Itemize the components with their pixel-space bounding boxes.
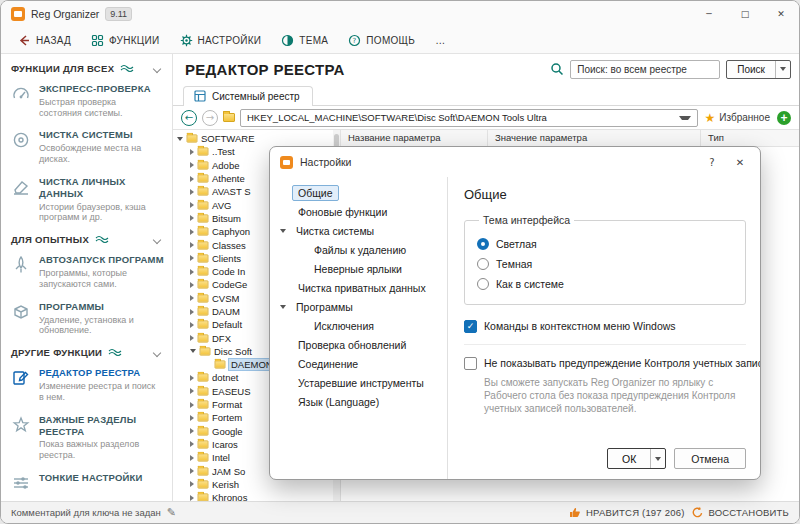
checkbox-context-menu[interactable]: Команды в контекстном меню Windows bbox=[464, 317, 746, 335]
settings-category-item[interactable]: Проверка обновлений bbox=[270, 335, 447, 354]
tree-chevron-icon[interactable] bbox=[190, 269, 194, 275]
tree-chevron-icon[interactable] bbox=[190, 202, 194, 208]
chevron-down-icon bbox=[153, 236, 161, 244]
tree-chevron-icon[interactable] bbox=[190, 481, 194, 487]
tree-item-label: Disc Soft bbox=[214, 346, 252, 357]
settings-category-item[interactable]: Соединение bbox=[270, 354, 447, 373]
cancel-button[interactable]: Отмена bbox=[674, 448, 746, 469]
column-header-value[interactable]: Значение параметра bbox=[488, 130, 701, 146]
sidebar-item-private-data-cleanup[interactable]: ЧИСТКА ЛИЧНЫХ ДАННЫХ Истории браузеров, … bbox=[1, 171, 172, 229]
tree-chevron-icon[interactable] bbox=[190, 215, 194, 221]
sidebar-item-fine-tuning[interactable]: ТОНКИЕ НАСТРОЙКИ bbox=[1, 467, 172, 499]
sidebar-section-other-functions[interactable]: ДРУГИЕ ФУНКЦИИ bbox=[1, 342, 172, 362]
tree-chevron-icon[interactable] bbox=[190, 322, 194, 328]
tree-chevron-icon[interactable] bbox=[190, 189, 194, 195]
category-chevron-icon[interactable] bbox=[280, 305, 286, 309]
ok-button[interactable]: ОК bbox=[607, 448, 666, 469]
settings-category-item[interactable]: Неверные ярлыки bbox=[270, 259, 447, 278]
settings-category-item[interactable]: Язык (Language) bbox=[270, 392, 447, 411]
settings-category-item[interactable]: Фоновые функции bbox=[270, 202, 447, 221]
settings-category-item[interactable]: Файлы к удалению bbox=[270, 240, 447, 259]
maximize-button[interactable]: □ bbox=[727, 1, 763, 27]
tree-chevron-icon[interactable] bbox=[190, 468, 194, 474]
tree-chevron-icon[interactable] bbox=[190, 149, 194, 155]
search-scope-select[interactable]: Поиск: во всем реестре bbox=[570, 60, 720, 79]
settings-category-item[interactable]: Чистка приватных данных bbox=[270, 278, 447, 297]
sidebar-item-express-check[interactable]: ЭКСПРЕСС-ПРОВЕРКА Быстрая проверка состо… bbox=[1, 78, 172, 124]
address-dropdown-icon[interactable] bbox=[679, 116, 691, 120]
registry-tree-item[interactable]: Khronos bbox=[173, 491, 340, 501]
tree-chevron-icon[interactable] bbox=[190, 335, 194, 341]
sidebar-item-important-registry-sections[interactable]: ВАЖНЫЕ РАЗДЕЛЫ РЕЕСТРА Показ важных разд… bbox=[1, 409, 172, 467]
radio-icon[interactable] bbox=[477, 238, 489, 250]
sidebar-section-for-experienced[interactable]: ДЛЯ ОПЫТНЫХ bbox=[1, 229, 172, 249]
nav-back-button[interactable]: ← bbox=[181, 110, 197, 126]
tree-chevron-icon[interactable] bbox=[190, 242, 194, 248]
radio-light-theme[interactable]: Светлая bbox=[477, 234, 733, 254]
tree-chevron-icon[interactable] bbox=[190, 455, 194, 461]
tab-system-registry[interactable]: Системный реестр bbox=[183, 86, 313, 106]
radio-system-theme[interactable]: Как в системе bbox=[477, 274, 733, 294]
tree-chevron-icon[interactable] bbox=[190, 428, 194, 434]
sidebar-item-registry-editor[interactable]: РЕДАКТОР РЕЕСТРА Изменение реестра и пои… bbox=[1, 362, 172, 408]
ok-dropdown-button[interactable] bbox=[650, 449, 665, 468]
tree-chevron-icon[interactable] bbox=[190, 495, 194, 501]
column-header-type[interactable]: Тип bbox=[701, 130, 799, 146]
search-scope-value: Поиск: во всем реестре bbox=[577, 64, 687, 75]
tree-chevron-icon[interactable] bbox=[190, 176, 194, 182]
tree-chevron-icon[interactable] bbox=[190, 229, 194, 235]
functions-menu-button[interactable]: ФУНКЦИИ bbox=[82, 30, 168, 51]
sidebar-item-system-cleanup[interactable]: ЧИСТКА СИСТЕМЫ Освобождение места на дис… bbox=[1, 124, 172, 170]
address-combobox[interactable]: HKEY_LOCAL_MACHINE\SOFTWARE\Disc Soft\DA… bbox=[240, 109, 698, 127]
column-header-name[interactable]: Название параметра bbox=[341, 130, 488, 146]
settings-menu-label: НАСТРОЙКИ bbox=[198, 35, 262, 46]
tree-chevron-icon[interactable] bbox=[190, 295, 194, 301]
tree-chevron-icon[interactable] bbox=[190, 402, 194, 408]
tree-item-label: Kerish bbox=[212, 479, 239, 490]
restore-button[interactable]: ВОССТАНОВИТЬ bbox=[691, 506, 790, 519]
tree-chevron-icon[interactable] bbox=[190, 162, 194, 168]
radio-icon[interactable] bbox=[477, 258, 489, 270]
tree-chevron-icon[interactable] bbox=[190, 441, 194, 447]
help-icon: ? bbox=[348, 34, 361, 47]
settings-category-item[interactable]: Устаревшие инструменты bbox=[270, 373, 447, 392]
settings-category-item[interactable]: Общие bbox=[270, 183, 447, 202]
theme-menu-button[interactable]: ТЕМА bbox=[272, 30, 337, 51]
sidebar-item-autorun-programs[interactable]: АВТОЗАПУСК ПРОГРАММ Программы, которые з… bbox=[1, 249, 172, 295]
tree-chevron-icon[interactable] bbox=[177, 137, 183, 141]
search-button[interactable]: Поиск bbox=[726, 60, 791, 79]
tree-chevron-icon[interactable] bbox=[190, 309, 194, 315]
checkbox-icon[interactable] bbox=[464, 357, 477, 370]
checkbox-uac-warning[interactable]: Не показывать предупреждение Контроля уч… bbox=[464, 354, 746, 372]
tree-chevron-icon[interactable] bbox=[190, 415, 194, 421]
dialog-close-button[interactable]: ✕ bbox=[726, 151, 754, 173]
tree-chevron-icon[interactable] bbox=[190, 375, 194, 381]
tree-chevron-icon[interactable] bbox=[190, 388, 194, 394]
tree-chevron-icon[interactable] bbox=[190, 282, 194, 288]
dialog-help-button[interactable]: ? bbox=[698, 151, 726, 173]
tree-chevron-icon[interactable] bbox=[190, 255, 194, 261]
help-menu-button[interactable]: ? ПОМОЩЬ bbox=[339, 30, 424, 51]
category-chevron-icon[interactable] bbox=[280, 229, 286, 233]
settings-category-item[interactable]: Программы bbox=[270, 297, 447, 316]
nav-forward-button[interactable]: → bbox=[202, 110, 218, 126]
radio-dark-theme[interactable]: Темная bbox=[477, 254, 733, 274]
settings-menu-button[interactable]: НАСТРОЙКИ bbox=[171, 30, 271, 51]
sidebar-item-programs[interactable]: ПРОГРАММЫ Удаление, установка и обновлен… bbox=[1, 296, 172, 342]
more-menu-button[interactable]: … bbox=[426, 31, 454, 50]
search-dropdown-button[interactable] bbox=[775, 61, 790, 78]
favorites-button[interactable]: ★ Избранное bbox=[703, 112, 772, 124]
like-button[interactable]: НРАВИТСЯ (197 206) bbox=[568, 506, 685, 519]
minimize-button[interactable]: ─ bbox=[691, 1, 727, 27]
tree-chevron-icon[interactable] bbox=[190, 349, 196, 353]
sidebar-section-functions-for-all[interactable]: ФУНКЦИИ ДЛЯ ВСЕХ bbox=[1, 58, 172, 78]
settings-category-item[interactable]: Исключения bbox=[270, 316, 447, 335]
edit-comment-icon[interactable]: ✎ bbox=[167, 506, 176, 519]
registry-tree-item[interactable]: SOFTWARE bbox=[173, 132, 340, 145]
back-menu-button[interactable]: НАЗАД bbox=[9, 30, 80, 51]
checkbox-icon[interactable] bbox=[464, 320, 477, 333]
radio-icon[interactable] bbox=[477, 278, 489, 290]
settings-category-item[interactable]: Чистка системы bbox=[270, 221, 447, 240]
close-button[interactable]: ✕ bbox=[763, 1, 799, 27]
add-favorite-button[interactable]: + bbox=[777, 111, 791, 125]
